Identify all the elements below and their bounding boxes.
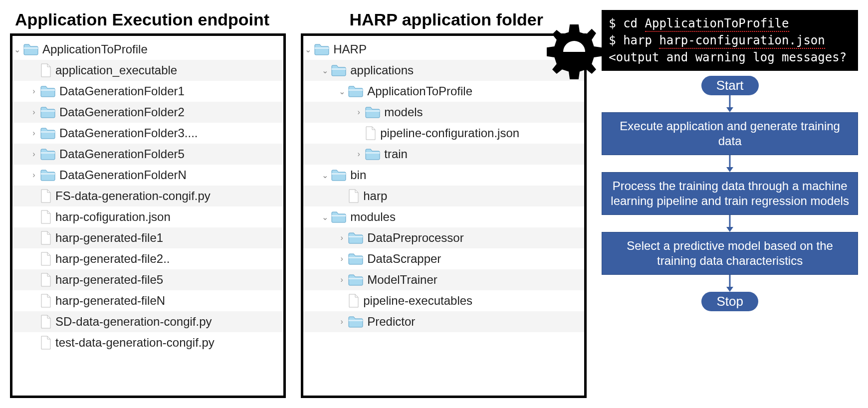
svg-rect-3 xyxy=(41,131,55,133)
tree-row[interactable]: › ModelTrainer xyxy=(303,269,584,290)
chevron-right-icon[interactable]: › xyxy=(29,87,38,96)
arrow-down-icon xyxy=(725,155,734,172)
tree-row[interactable]: ⌄ ApplicationToProfile xyxy=(12,39,283,60)
tree-row[interactable]: harp xyxy=(303,186,584,206)
tree-row[interactable]: FS-data-generation-congif.py xyxy=(12,186,283,206)
tree-row[interactable]: ⌄ HARP xyxy=(303,39,584,60)
svg-rect-12 xyxy=(332,215,346,216)
chevron-down-icon[interactable]: ⌄ xyxy=(12,45,21,54)
chevron-right-icon[interactable]: › xyxy=(354,150,363,159)
svg-rect-7 xyxy=(332,68,346,70)
tree-item-label: modules xyxy=(350,210,396,224)
tree-row[interactable]: › DataGenerationFolderN xyxy=(12,165,283,186)
tree-item-label: ModelTrainer xyxy=(367,273,437,287)
arrow-down-icon xyxy=(725,95,734,112)
file-icon xyxy=(40,273,51,287)
file-icon xyxy=(348,189,359,203)
tree-row[interactable]: › DataGenerationFolder3.... xyxy=(12,123,283,144)
chevron-right-icon[interactable]: › xyxy=(29,171,38,180)
chevron-down-icon[interactable]: ⌄ xyxy=(303,45,312,54)
folder-icon xyxy=(365,106,380,118)
tree-row[interactable]: › train xyxy=(303,144,584,165)
tree-item-label: Predictor xyxy=(367,315,415,329)
tree-item-label: train xyxy=(384,147,408,161)
svg-rect-4 xyxy=(41,152,55,154)
tree-item-label: pipeline-executables xyxy=(363,294,472,308)
svg-rect-0 xyxy=(24,47,38,49)
tree-item-label: harp xyxy=(363,189,387,203)
tree-row[interactable]: harp-generated-file2.. xyxy=(12,248,283,269)
chevron-right-icon[interactable]: › xyxy=(29,150,38,159)
chevron-right-icon[interactable]: › xyxy=(337,254,346,263)
chevron-down-icon[interactable]: ⌄ xyxy=(320,66,329,75)
tree-row[interactable]: harp-cofiguration.json xyxy=(12,206,283,227)
terminal-path: ApplicationToProfile xyxy=(645,16,789,32)
tree-item-label: pipeline-configuration.json xyxy=(380,126,519,140)
tree-item-label: ApplicationToProfile xyxy=(42,42,148,56)
left-tree[interactable]: ⌄ ApplicationToProfile application_execu… xyxy=(10,33,286,398)
terminal-prompt: $ cd xyxy=(609,16,645,30)
flow-step-2: Process the training data through a mach… xyxy=(602,172,858,215)
chevron-down-icon[interactable]: ⌄ xyxy=(337,87,346,96)
folder-icon xyxy=(331,169,346,181)
chevron-down-icon[interactable]: ⌄ xyxy=(320,212,329,222)
flow-start: Start xyxy=(701,76,759,95)
svg-rect-6 xyxy=(315,47,329,49)
tree-row[interactable]: › models xyxy=(303,102,584,123)
arrow-down-icon xyxy=(725,215,734,232)
folder-icon xyxy=(348,316,363,328)
file-icon xyxy=(40,315,51,329)
file-icon xyxy=(40,294,51,308)
tree-row[interactable]: pipeline-executables xyxy=(303,290,584,311)
tree-row[interactable]: harp-generated-file5 xyxy=(12,269,283,290)
tree-row[interactable]: › DataScrapper xyxy=(303,248,584,269)
mid-tree[interactable]: ⌄ HARP⌄ applications⌄ ApplicationToProfi… xyxy=(301,33,587,398)
tree-item-label: harp-cofiguration.json xyxy=(55,210,171,224)
folder-icon xyxy=(23,43,38,55)
tree-item-label: DataGenerationFolder5 xyxy=(59,147,185,161)
svg-marker-23 xyxy=(726,227,733,232)
tree-item-label: DataGenerationFolderN xyxy=(59,168,187,182)
mid-panel: HARP application folder ⌄ HARP⌄ applicat… xyxy=(301,10,587,398)
file-icon xyxy=(40,210,51,224)
file-icon xyxy=(40,252,51,266)
tree-row[interactable]: ⌄ bin xyxy=(303,165,584,186)
svg-rect-8 xyxy=(349,89,363,91)
file-icon xyxy=(348,294,359,308)
flow-step-1: Execute application and generate trainin… xyxy=(602,112,858,155)
chevron-right-icon[interactable]: › xyxy=(29,108,38,117)
tree-row[interactable]: test-data-generation-congif.py xyxy=(12,332,283,353)
tree-row[interactable]: › DataGenerationFolder2 xyxy=(12,102,283,123)
chevron-right-icon[interactable]: › xyxy=(337,233,346,242)
svg-rect-10 xyxy=(366,152,380,154)
tree-row[interactable]: › Predictor xyxy=(303,311,584,332)
chevron-right-icon[interactable]: › xyxy=(354,108,363,117)
tree-item-label: harp-generated-file1 xyxy=(55,231,163,245)
tree-row[interactable]: application_executable xyxy=(12,60,283,81)
file-icon xyxy=(40,231,51,245)
tree-row[interactable]: pipeline-configuration.json xyxy=(303,123,584,144)
tree-item-label: harp-generated-file2.. xyxy=(55,252,170,266)
tree-row[interactable]: harp-generated-fileN xyxy=(12,290,283,311)
tree-item-label: models xyxy=(384,105,423,119)
tree-row[interactable]: ⌄ ApplicationToProfile xyxy=(303,81,584,102)
chevron-down-icon[interactable]: ⌄ xyxy=(320,171,329,180)
svg-rect-14 xyxy=(349,257,363,258)
file-icon xyxy=(40,63,51,77)
tree-row[interactable]: › DataGenerationFolder5 xyxy=(12,144,283,165)
tree-row[interactable]: SD-data-generation-congif.py xyxy=(12,311,283,332)
chevron-right-icon[interactable]: › xyxy=(29,129,38,138)
tree-row[interactable]: ⌄ modules xyxy=(303,206,584,227)
tree-item-label: ApplicationToProfile xyxy=(367,84,472,98)
tree-row[interactable]: harp-generated-file1 xyxy=(12,227,283,248)
tree-item-label: application_executable xyxy=(55,63,177,77)
tree-row[interactable]: › DataGenerationFolder1 xyxy=(12,81,283,102)
flow-panel: $ cd ApplicationToProfile $ harp harp-co… xyxy=(602,10,858,398)
tree-row[interactable]: ⌄ applications xyxy=(303,60,584,81)
folder-icon xyxy=(40,85,55,97)
chevron-right-icon[interactable]: › xyxy=(337,317,346,326)
tree-row[interactable]: › DataPreprocessor xyxy=(303,227,584,248)
chevron-right-icon[interactable]: › xyxy=(337,275,346,284)
mid-panel-title: HARP application folder xyxy=(301,10,587,29)
tree-item-label: DataGenerationFolder1 xyxy=(59,84,185,98)
